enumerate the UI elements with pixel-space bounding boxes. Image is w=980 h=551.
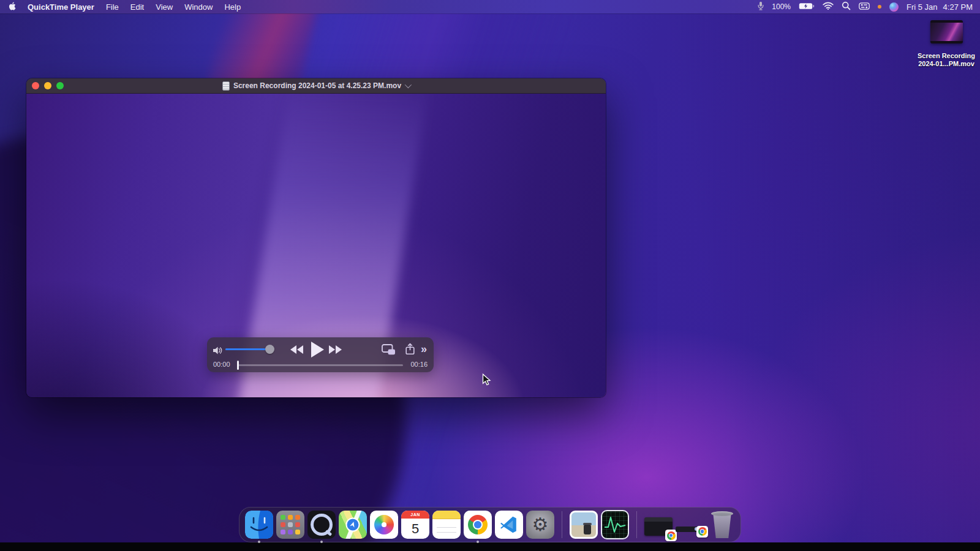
close-button[interactable] [32,82,39,89]
dock-item-launchpad[interactable] [276,511,304,539]
vscode-icon [495,511,523,539]
desktop-file-screen-recording[interactable]: Screen Recording 2024-01...PM.mov [910,20,980,68]
zoom-button[interactable] [56,82,64,89]
dock: JAN 5 ⚙ [239,507,741,542]
wifi-icon[interactable] [823,2,834,12]
microphone-icon[interactable] [758,1,764,12]
dock-item-minimized-chrome-bar[interactable] [676,511,704,539]
dock-item-chrome[interactable] [464,511,492,539]
minimize-button[interactable] [44,82,51,89]
playback-controls: » 00:00 00:16 [207,337,434,372]
minimized-bar-thumbnail [676,527,704,532]
running-indicator [477,541,479,543]
photos-icon [370,511,398,539]
chrome-icon [464,511,492,539]
menu-item-view[interactable]: View [156,2,173,12]
calendar-day: 5 [401,519,429,539]
document-icon [222,81,230,91]
window-title-group[interactable]: Screen Recording 2024-01-05 at 4.25.23 P… [222,81,410,91]
finder-icon [245,511,273,539]
dock-item-quicktime[interactable] [307,511,336,539]
notes-icon [432,511,461,539]
trash-icon [711,511,733,538]
window-title: Screen Recording 2024-01-05 at 4.25.23 P… [233,81,401,90]
launchpad-icon [276,511,304,539]
dock-item-photo-file[interactable] [570,511,598,539]
calendar-icon: JAN 5 [401,511,429,539]
menu-item-file[interactable]: File [106,2,119,12]
dock-item-calendar[interactable]: JAN 5 [401,511,429,539]
screen-bottom-strip [0,542,980,551]
dock-item-trash[interactable] [707,511,735,539]
volume-slider[interactable] [225,348,270,350]
traffic-lights [32,82,64,89]
current-time-label: 00:00 [213,361,230,368]
duration-label: 00:16 [410,361,428,368]
dock-item-maps[interactable] [339,511,367,539]
running-indicator [320,541,323,543]
volume-fill [225,348,270,350]
file-label-line1: Screen Recording [910,52,980,60]
maps-icon [339,511,367,539]
control-center-icon[interactable] [859,2,870,12]
dock-item-photos[interactable] [370,511,398,539]
dock-item-minimized-chrome-window[interactable] [644,511,673,539]
activity-graph-icon [601,510,629,539]
menu-bar: QuickTime Player File Edit View Window H… [0,0,980,13]
play-button[interactable] [311,342,324,358]
siri-icon[interactable] [889,2,899,12]
running-indicator [258,541,260,543]
volume-icon[interactable] [213,346,223,357]
dock-separator [636,511,637,538]
rewind-button[interactable] [290,345,304,356]
video-content: » 00:00 00:16 [26,94,606,397]
window-title-bar[interactable]: Screen Recording 2024-01-05 at 4.25.23 P… [26,78,606,94]
quicktime-icon [307,511,336,539]
dock-item-vscode[interactable] [495,511,523,539]
timeline-scrubber[interactable] [238,364,403,366]
playhead[interactable] [237,361,239,370]
minimized-window-thumbnail [644,517,673,536]
dock-item-activity-window[interactable] [601,511,629,539]
dock-separator [562,511,562,538]
quicktime-window: Screen Recording 2024-01-05 at 4.25.23 P… [26,78,606,397]
search-icon[interactable] [842,1,851,12]
apple-icon[interactable] [8,1,16,13]
menu-item-edit[interactable]: Edit [130,2,144,12]
more-controls-button[interactable]: » [421,341,426,357]
battery-percent: 100% [772,2,791,11]
desktop: QuickTime Player File Edit View Window H… [0,0,980,551]
fast-forward-button[interactable] [329,345,342,356]
dock-item-system-settings[interactable]: ⚙ [526,511,554,539]
file-thumbnail [930,20,963,43]
file-label-line2: 2024-01...PM.mov [910,60,980,68]
menu-item-window[interactable]: Window [184,2,213,12]
menu-item-help[interactable]: Help [224,2,241,12]
menu-bar-clock[interactable]: Fri 5 Jan 4:27 PM [907,2,973,12]
photo-file-icon [570,511,598,539]
menu-bar-time: 4:27 PM [943,2,973,12]
volume-knob[interactable] [265,345,274,354]
share-button[interactable] [405,343,415,358]
menu-app-name[interactable]: QuickTime Player [28,2,94,12]
battery-icon[interactable] [799,2,815,12]
dock-item-finder[interactable] [245,511,273,539]
mouse-cursor [482,373,491,389]
menu-bar-date: Fri 5 Jan [907,2,938,12]
recording-indicator-dot [878,5,881,9]
chevron-down-icon[interactable] [405,81,412,88]
file-thumbnail-image [930,23,963,41]
calendar-month: JAN [401,511,429,519]
gear-icon: ⚙ [526,511,554,539]
picture-in-picture-button[interactable] [382,344,396,358]
dock-item-notes[interactable] [432,511,461,539]
